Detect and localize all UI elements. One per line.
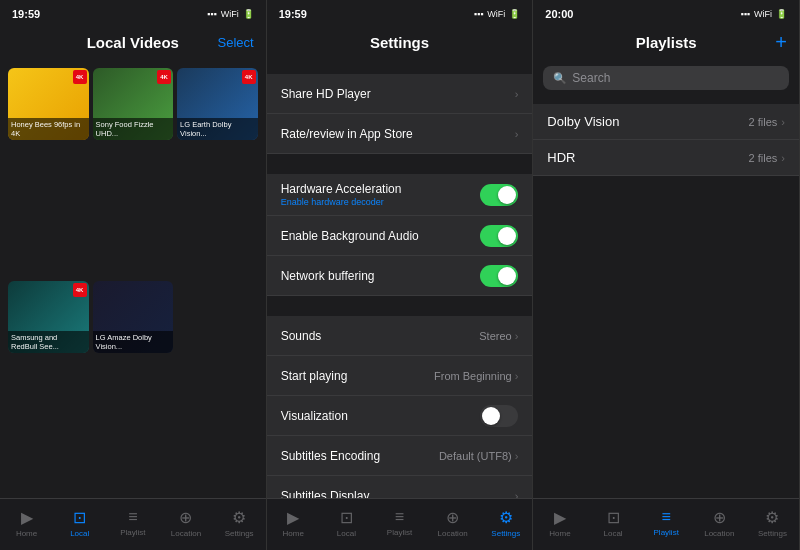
playlist-list: Dolby Vision 2 files › HDR 2 files › [533, 96, 799, 498]
subtitles-encoding-chevron: › [515, 450, 519, 462]
tab-home-2[interactable]: ▶ Home [267, 503, 320, 542]
signal-icon: ▪▪▪ [207, 9, 217, 19]
badge-4k-2: 4K [157, 70, 171, 84]
share-hd-label-wrap: Share HD Player [281, 87, 371, 101]
tab-local-1[interactable]: ⊡ Local [53, 503, 106, 542]
net-buffer-label: Network buffering [281, 269, 375, 283]
wifi-icon: WiFi [221, 9, 239, 19]
playlist-icon-3: ≡ [662, 508, 671, 526]
location-icon-2: ⊕ [446, 508, 459, 527]
sounds-value: Stereo › [479, 330, 518, 342]
visualization-toggle[interactable] [480, 405, 518, 427]
battery-icon-3: 🔋 [776, 9, 787, 19]
home-icon-2: ▶ [287, 508, 299, 527]
tab-home-label-2: Home [283, 529, 304, 538]
badge-4k-1: 4K [73, 70, 87, 84]
playlist-name-hdr: HDR [547, 150, 575, 165]
select-button[interactable]: Select [218, 35, 254, 50]
settings-subtitles-display[interactable]: Subtitles Display › [267, 476, 533, 498]
tab-local-2[interactable]: ⊡ Local [320, 503, 373, 542]
tab-location-3[interactable]: ⊕ Location [693, 503, 746, 542]
signal-icon-2: ▪▪▪ [474, 9, 484, 19]
video-thumb-5[interactable]: LG Amaze Dolby Vision... [93, 281, 174, 353]
search-bar[interactable]: 🔍 Search [543, 66, 789, 90]
start-playing-chevron: › [515, 370, 519, 382]
search-icon: 🔍 [553, 72, 567, 85]
settings-hw-accel[interactable]: Hardware Acceleration Enable hardware de… [267, 174, 533, 216]
settings-rate-review[interactable]: Rate/review in App Store › [267, 114, 533, 154]
tab-location-1[interactable]: ⊕ Location [159, 503, 212, 542]
search-bar-wrap: 🔍 Search [533, 60, 799, 96]
tab-local-3[interactable]: ⊡ Local [586, 503, 639, 542]
video-label-3: LG Earth Dolby Vision... [177, 118, 258, 140]
net-buffer-toggle[interactable] [480, 265, 518, 287]
hw-accel-label: Hardware Acceleration [281, 182, 402, 196]
tab-home-1[interactable]: ▶ Home [0, 503, 53, 542]
tab-playlist-1[interactable]: ≡ Playlist [106, 503, 159, 542]
settings-content: Share HD Player › Rate/review in App Sto… [267, 60, 533, 498]
tab-location-2[interactable]: ⊕ Location [426, 503, 479, 542]
tab-location-label-3: Location [704, 529, 734, 538]
tab-settings-label-3: Settings [758, 529, 787, 538]
home-icon-3: ▶ [554, 508, 566, 527]
playlist-chevron-dolby: › [781, 116, 785, 128]
local-icon-3: ⊡ [607, 508, 620, 527]
playlist-item-hdr[interactable]: HDR 2 files › [533, 140, 799, 176]
tab-settings-1[interactable]: ⚙ Settings [213, 503, 266, 542]
subtitles-encoding-val: Default (UTF8) [439, 450, 512, 462]
settings-group-2: Hardware Acceleration Enable hardware de… [267, 174, 533, 296]
status-time-2: 19:59 [279, 8, 307, 20]
tab-settings-2-active[interactable]: ⚙ Settings [479, 503, 532, 542]
settings-visualization[interactable]: Visualization [267, 396, 533, 436]
settings-net-buffer[interactable]: Network buffering [267, 256, 533, 296]
settings-share-hd[interactable]: Share HD Player › [267, 74, 533, 114]
add-playlist-button[interactable]: + [775, 31, 787, 54]
status-time-3: 20:00 [545, 8, 573, 20]
start-playing-value: From Beginning › [434, 370, 518, 382]
settings-group-1: Share HD Player › Rate/review in App Sto… [267, 74, 533, 154]
tab-settings-label-2: Settings [491, 529, 520, 538]
tab-local-label-3: Local [603, 529, 622, 538]
section-gap-1 [267, 60, 533, 68]
status-bar-1: 19:59 ▪▪▪ WiFi 🔋 [0, 0, 266, 24]
sounds-val-text: Stereo [479, 330, 511, 342]
tab-home-3[interactable]: ▶ Home [533, 503, 586, 542]
tab-local-label-2: Local [337, 529, 356, 538]
hw-accel-toggle[interactable] [480, 184, 518, 206]
videos-grid: 4K Honey Bees 96fps in 4K 4K Sony Food F… [0, 60, 266, 498]
playlist-icon-2: ≡ [395, 508, 404, 526]
status-time-1: 19:59 [12, 8, 40, 20]
local-icon-2: ⊡ [340, 508, 353, 527]
tab-playlist-3-active[interactable]: ≡ Playlist [640, 503, 693, 542]
rate-review-chevron: › [515, 128, 519, 140]
tab-bar-2: ▶ Home ⊡ Local ≡ Playlist ⊕ Location ⚙ S… [267, 498, 533, 550]
tab-home-label-1: Home [16, 529, 37, 538]
badge-4k-3: 4K [242, 70, 256, 84]
tab-settings-3[interactable]: ⚙ Settings [746, 503, 799, 542]
playlist-count-hdr: 2 files [749, 152, 778, 164]
bg-audio-toggle[interactable] [480, 225, 518, 247]
local-icon-1: ⊡ [73, 508, 86, 527]
settings-icon-3: ⚙ [765, 508, 779, 527]
settings-bg-audio[interactable]: Enable Background Audio [267, 216, 533, 256]
status-bar-2: 19:59 ▪▪▪ WiFi 🔋 [267, 0, 533, 24]
settings-subtitles-encoding[interactable]: Subtitles Encoding Default (UTF8) › [267, 436, 533, 476]
video-thumb-4[interactable]: 4K Samsung and RedBull See... [8, 281, 89, 353]
video-thumb-2[interactable]: 4K Sony Food Fizzle UHD... [93, 68, 174, 140]
video-thumb-3[interactable]: 4K LG Earth Dolby Vision... [177, 68, 258, 140]
subtitles-display-chevron: › [515, 490, 519, 499]
battery-icon-2: 🔋 [509, 9, 520, 19]
bg-audio-label: Enable Background Audio [281, 229, 419, 243]
playlist-item-dolby[interactable]: Dolby Vision 2 files › [533, 104, 799, 140]
settings-start-playing[interactable]: Start playing From Beginning › [267, 356, 533, 396]
status-icons-1: ▪▪▪ WiFi 🔋 [207, 9, 254, 19]
location-icon-3: ⊕ [713, 508, 726, 527]
video-label-4: Samsung and RedBull See... [8, 331, 89, 353]
playlist-meta-hdr: 2 files › [749, 152, 785, 164]
settings-sounds[interactable]: Sounds Stereo › [267, 316, 533, 356]
subtitles-encoding-value: Default (UTF8) › [439, 450, 518, 462]
video-thumb-1[interactable]: 4K Honey Bees 96fps in 4K [8, 68, 89, 140]
tab-playlist-2[interactable]: ≡ Playlist [373, 503, 426, 542]
section-gap-2 [267, 160, 533, 168]
tab-playlist-label-3: Playlist [654, 528, 679, 537]
